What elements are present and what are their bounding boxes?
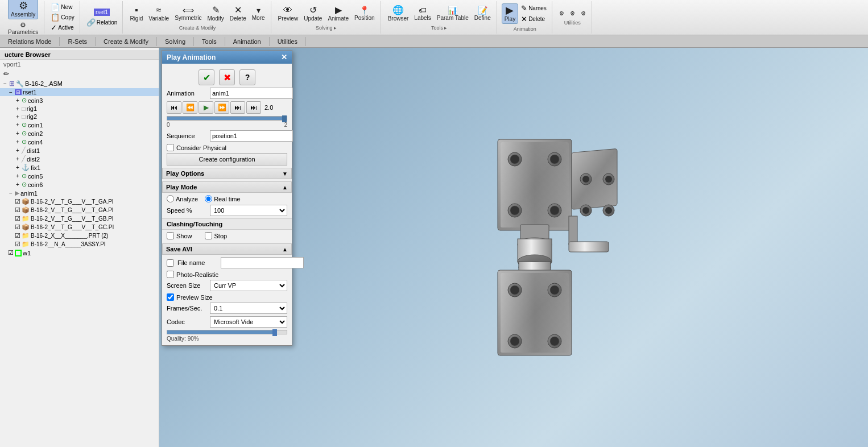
animation-input[interactable] — [210, 88, 293, 99]
dialog-ok-button[interactable]: ✔ — [199, 69, 214, 85]
tab-animation[interactable]: Animation — [225, 37, 270, 46]
variable-button[interactable]: ≈ Variable — [146, 5, 171, 23]
frames-sec-select[interactable]: 0.1 — [210, 303, 287, 314]
tree-rig2[interactable]: + □ rig2 — [0, 113, 159, 121]
part3-cb[interactable]: ☑ — [15, 215, 20, 222]
assembly-button[interactable]: ⚙ Assembly — [8, 0, 38, 19]
codec-select[interactable]: Microsoft Vide — [210, 316, 287, 328]
dist2-toggle[interactable]: + — [15, 156, 20, 162]
screen-size-select[interactable]: Curr VP — [210, 280, 287, 291]
tree-part5[interactable]: ☑ 📁 B-16-2_X__X_______.PRT (2) — [0, 231, 159, 240]
delete2-button[interactable]: ✕ Delete — [519, 14, 548, 24]
skip-to-end-button[interactable]: ⏭ — [246, 101, 261, 114]
fix1-toggle[interactable]: + — [15, 164, 20, 171]
rig1-toggle[interactable]: + — [15, 106, 20, 112]
tree-coin4[interactable]: + ⊙ coin4 — [0, 138, 159, 146]
labels-button[interactable]: 🏷 Labels — [412, 5, 433, 22]
tree-fix1[interactable]: + ⚓ fix1 — [0, 163, 159, 172]
consider-physical-checkbox[interactable] — [167, 144, 174, 151]
symmetric-button[interactable]: ⟺ Symmetric — [172, 5, 204, 22]
tree-part4[interactable]: ☑ 📦 B-16-2_V__T_G___V__T_GC.PI — [0, 223, 159, 231]
animate-button[interactable]: ▶ Animate — [325, 5, 351, 23]
part4-cb[interactable]: ☑ — [15, 224, 20, 231]
tree-dist2[interactable]: + ╱ dist2 — [0, 155, 159, 163]
coin3-toggle[interactable]: + — [15, 97, 20, 104]
save-avi-section[interactable]: Save AVI ▲ — [162, 243, 292, 255]
viewport-3d[interactable]: Play Animation ✕ ✔ ✖ ? — [159, 48, 868, 447]
tab-utilities[interactable]: Utilities — [270, 37, 306, 46]
stop-checkbox[interactable] — [205, 232, 212, 239]
dialog-help-button[interactable]: ? — [239, 69, 255, 85]
tree-part6[interactable]: ☑ 📁 B-16-2__N_A_____3ASSY.PI — [0, 240, 159, 249]
dialog-cancel-button[interactable]: ✖ — [219, 69, 235, 85]
create-config-button[interactable]: Create configuration — [167, 153, 287, 165]
util3-button[interactable]: ⚙ — [578, 9, 588, 18]
tree-coin1[interactable]: + ⊙ coin1 — [0, 121, 159, 129]
tree-rset1[interactable]: − ⊟ rset1 — [0, 88, 159, 96]
util2-button[interactable]: ⚙ — [568, 9, 577, 18]
tab-tools[interactable]: Tools — [194, 37, 225, 46]
show-checkbox[interactable] — [167, 232, 174, 239]
tree-coin6[interactable]: + ⊙ coin6 — [0, 180, 159, 189]
tree-rig1[interactable]: + □ rig1 — [0, 105, 159, 113]
real-time-option[interactable]: Real time — [205, 195, 240, 202]
tree-anim1[interactable]: − ▶ anim1 — [0, 189, 159, 197]
new-button[interactable]: 📄 New — [49, 2, 76, 12]
analyze-option[interactable]: Analyze — [167, 195, 198, 202]
browser-button[interactable]: 🌐 Browser — [386, 5, 411, 23]
speed-select[interactable]: 100 — [210, 205, 287, 216]
b162-toggle[interactable]: − — [2, 81, 8, 87]
file-name-input[interactable] — [221, 257, 304, 268]
part6-cb[interactable]: ☑ — [15, 241, 20, 248]
param-table-button[interactable]: 📊 Param Table — [435, 5, 471, 22]
modify-button[interactable]: ✎ Modify — [205, 5, 226, 23]
coin4-toggle[interactable]: + — [15, 139, 20, 145]
tab-solving[interactable]: Solving — [157, 37, 194, 46]
more-button[interactable]: ▾ More — [250, 5, 267, 22]
tree-w1[interactable]: ☑ w1 — [0, 249, 159, 257]
part1-cb[interactable]: ☑ — [15, 198, 20, 205]
tab-relations-mode[interactable]: Relations Mode — [0, 37, 60, 46]
play-button[interactable]: ▶ — [199, 101, 213, 114]
w1-cb[interactable]: ☑ — [8, 249, 14, 256]
play-mode-section[interactable]: Play Mode ▲ — [162, 181, 292, 193]
file-name-checkbox[interactable] — [167, 259, 174, 267]
dialog-close-button[interactable]: ✕ — [281, 53, 287, 61]
names-button[interactable]: ✎ Names — [519, 3, 548, 13]
delete-button[interactable]: ✕ Delete — [228, 5, 249, 23]
rset1-toggle[interactable]: − — [8, 89, 14, 96]
part2-cb[interactable]: ☑ — [15, 206, 20, 214]
part5-cb[interactable]: ☑ — [15, 232, 20, 239]
step-forward-button[interactable]: ⏩ — [214, 101, 229, 114]
tree-b162-asm[interactable]: − ⊞ 🔧 B-16-2_.ASM — [0, 79, 159, 88]
tree-coin2[interactable]: + ⊙ coin2 — [0, 129, 159, 138]
tree-coin3[interactable]: + ⊙ coin3 — [0, 96, 159, 105]
active-button[interactable]: ✓ Active — [49, 23, 76, 32]
dist1-toggle[interactable]: + — [15, 147, 20, 154]
coin2-toggle[interactable]: + — [15, 130, 20, 136]
time-slider-thumb[interactable] — [282, 115, 287, 122]
tree-coin5[interactable]: + ⊙ coin5 — [0, 172, 159, 180]
rig2-toggle[interactable]: + — [15, 114, 20, 120]
tree-dist1[interactable]: + ╱ dist1 — [0, 146, 159, 155]
coin5-toggle[interactable]: + — [15, 173, 20, 179]
relation-button[interactable]: 🔗 Relation — [85, 18, 119, 27]
tree-part3[interactable]: ☑ 📁 B-16-2_V__T_G___V__T_GB.PI — [0, 214, 159, 223]
preview-size-checkbox[interactable] — [167, 293, 174, 301]
tree-part1[interactable]: ☑ 📦 B-16-2_V__T_G___V__T_GA.PI — [0, 197, 159, 206]
sequence-input[interactable] — [210, 130, 293, 142]
define-button[interactable]: 📝 Define — [472, 5, 493, 22]
real-time-radio[interactable] — [205, 195, 212, 202]
skip-to-start-button[interactable]: ⏮ — [167, 101, 181, 114]
play-anim-button[interactable]: ▶ Play — [502, 3, 518, 24]
tab-r-sets[interactable]: R-Sets — [60, 37, 96, 46]
coin1-toggle[interactable]: + — [15, 122, 20, 128]
pencil-icon[interactable]: ✏ — [0, 69, 159, 79]
util1-button[interactable]: ⚙ — [557, 9, 567, 18]
update-button[interactable]: ↺ Update — [301, 5, 324, 23]
anim1-toggle[interactable]: − — [8, 190, 14, 196]
rigid-button[interactable]: ▪ Rigid — [127, 5, 145, 23]
analyze-radio[interactable] — [167, 195, 174, 202]
copy-button[interactable]: 📋 Copy — [49, 13, 76, 22]
preview-button[interactable]: 👁 Preview — [276, 5, 301, 23]
